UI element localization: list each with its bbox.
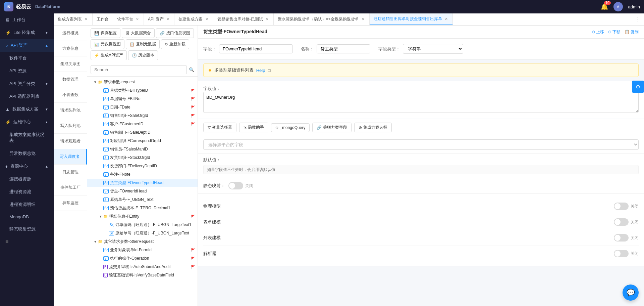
left-nav-write-queue[interactable]: 写入队列池 <box>54 118 87 134</box>
reload-btn[interactable]: ↺ 重新加载 <box>161 39 189 49</box>
tree-node-fbill-no[interactable]: Sr 单据编号-FBillNo 🚩 <box>87 95 198 103</box>
notification-bell[interactable]: 🔔 10 <box>601 3 608 10</box>
tree-node-fdelivery-dept[interactable]: Sr 发货部门-FDeliveryDeptID <box>87 162 198 170</box>
tree-node-fstock-org[interactable]: Sr 发货组织-FStockOrgId <box>87 154 198 162</box>
toggle-other-request[interactable]: ▼ <box>93 240 98 244</box>
sidebar-item-resource-center[interactable]: ♦ 资源中心 ▲ <box>0 160 54 173</box>
tab-close-wangdian[interactable]: ✕ <box>444 16 448 22</box>
move-up-btn[interactable]: ⊙ 上移 <box>592 29 604 35</box>
tree-node-fsales-man[interactable]: Sr 销售员-FSalesManID <box>87 145 198 154</box>
tab-close-purchase[interactable]: ✕ <box>361 16 365 22</box>
tab-manage[interactable]: 管易销售出库对接-已测试 ✕ <box>213 13 274 25</box>
default-value-input[interactable] <box>203 165 639 174</box>
sidebar-item-anomaly-data[interactable]: 异常数据总览 <box>0 147 54 160</box>
func-helper-btn[interactable]: fx 函数助手 <box>239 123 268 132</box>
tab-create[interactable]: 创建集成方案 ✕ <box>174 13 213 25</box>
parser-toggle[interactable] <box>614 250 629 257</box>
form-build-toggle[interactable] <box>614 218 629 226</box>
interface-info-btn[interactable]: 🔗 接口信息视图 <box>156 28 194 38</box>
tab-more-btn[interactable]: ⋮ <box>632 16 644 23</box>
sidebar-item-connector[interactable]: 连接器资源 <box>0 173 54 185</box>
tree-node-fcorrespond-org[interactable]: Sr 对应组织-FCorrespondOrgId <box>87 137 198 145</box>
sidebar-item-api-res[interactable]: API 资源 <box>0 64 54 77</box>
help-link[interactable]: Help <box>256 68 265 73</box>
sidebar-item-api-assets[interactable]: ○ API 资产 ▲ <box>0 39 54 52</box>
sidebar-item-workbench[interactable]: 🖥 工作台 <box>0 13 54 26</box>
copy-btn[interactable]: 📋 复制 <box>625 29 639 35</box>
tab-workbench[interactable]: 工作台 <box>93 13 113 25</box>
toggle-fentity[interactable]: ▼ <box>98 215 103 218</box>
history-btn[interactable]: 🕐 历史版本 <box>128 50 158 60</box>
sidebar-item-process-detail[interactable]: 进程资源明细 <box>0 198 54 211</box>
move-down-btn[interactable]: ⊙ 下移 <box>608 29 621 35</box>
tab-close-create[interactable]: ✕ <box>205 16 209 22</box>
left-nav-request-viewer[interactable]: 请求观观者 <box>54 134 87 149</box>
sidebar-item-process-pool[interactable]: 进程资源池 <box>0 185 54 198</box>
left-nav-event-factory[interactable]: 事件加工厂 <box>54 180 87 195</box>
search-icon[interactable]: 🔍 <box>189 67 194 72</box>
name-value-input[interactable] <box>317 44 370 53</box>
tree-node-fowner-head[interactable]: Sr 货主-FOwnerIdHead <box>87 187 198 195</box>
list-build-toggle[interactable] <box>614 234 629 242</box>
sidebar-item-api-adapter[interactable]: API 适配器列表 <box>0 90 54 103</box>
save-config-btn[interactable]: 💾 保存配置 <box>91 28 120 38</box>
left-nav-data-mgmt[interactable]: 数据管理 <box>54 72 87 87</box>
tab-wangdian[interactable]: 旺店通销售出库单对接金蝶销售出库单 ✕ <box>370 13 453 25</box>
sidebar-item-mongodb[interactable]: MongoDB <box>0 211 54 223</box>
big-data-merge-btn[interactable]: 🗄 大数据聚合 <box>122 28 155 38</box>
tree-node-fowner-type-head[interactable]: Sr 货主类型-FOwnerTypeIdHead <box>87 179 198 187</box>
tab-integration-list[interactable]: 集成方案列表 ✕ <box>54 13 93 25</box>
gen-api-btn[interactable]: ⚡ 生成API资产 <box>91 50 127 60</box>
left-nav-write-dispatcher[interactable]: 写入调度者 <box>54 149 87 165</box>
tree-node-fubgn-text[interactable]: Sr 原始单号-F_UBGN_Text <box>87 195 198 204</box>
tree-node-auto-submit[interactable]: B 提交并审核-IsAutoSubmitAndAudit 🚩 <box>87 263 198 271</box>
tree-node-operation[interactable]: Sr 执行的操作-Operation 🚩 <box>87 254 198 263</box>
sidebar-collapse-btn[interactable]: ≡ <box>0 235 54 248</box>
toggle-request-params[interactable]: ▼ <box>93 80 98 84</box>
chatbot-btn[interactable]: 💬 <box>623 285 639 301</box>
left-nav-xiao-qing[interactable]: 小青查数 <box>54 87 87 103</box>
tree-node-verify-base[interactable]: B 验证基础资料-IsVerifyBaseDataField <box>87 271 198 279</box>
search-input[interactable] <box>91 65 187 74</box>
tree-node-fsale-org[interactable]: Sr 销售组织-FSaleOrgId 🚩 <box>87 112 198 120</box>
left-nav-log-mgmt[interactable]: 日志管理 <box>54 165 87 180</box>
tree-node-other-request[interactable]: ▼ 📁 其它请求参数-otherRequest <box>87 237 198 246</box>
left-nav-running-overview[interactable]: 运行概况 <box>54 26 87 41</box>
avatar[interactable]: A <box>613 2 623 11</box>
physical-model-toggle[interactable] <box>614 203 629 210</box>
tab-close-manage[interactable]: ✕ <box>265 16 269 22</box>
tree-node-fubgn-large2[interactable]: Sr 原始单号（旺店通）-F_UBGN_LargeText <box>87 229 198 237</box>
sidebar-item-data-integration[interactable]: ▲ 数据集成方案 ▼ <box>0 103 54 116</box>
tree-node-fnote[interactable]: Sr 备注-FNote <box>87 170 198 179</box>
tree-node-fcustomer[interactable]: Sr 客户-FCustomerID 🚩 <box>87 120 198 128</box>
gear-settings-btn[interactable]: ⚙ <box>632 81 644 93</box>
tab-api[interactable]: API 资产 ✕ <box>144 13 174 25</box>
sidebar-item-ops-center[interactable]: ⚡ 运维中心 ▲ <box>0 116 54 128</box>
left-nav-solution-info[interactable]: 方案信息 <box>54 41 87 56</box>
element-data-view-btn[interactable]: 📊 元数据视图 <box>91 39 124 49</box>
tree-node-fubgn-large1[interactable]: Sr 订单编码（旺店通）-F_UBGN_LargeText1 <box>87 221 198 229</box>
field-value-textarea[interactable]: BD_OwnerOrg <box>203 92 639 113</box>
related-field-btn[interactable]: 🔗 关联方案字段 <box>312 123 352 132</box>
tab-software[interactable]: 软件平台 ✕ <box>113 13 144 25</box>
sidebar-item-api-classify[interactable]: API 资产分类 ▼ <box>0 77 54 90</box>
sidebar-item-integration-health[interactable]: 集成方案健康状况表 <box>0 128 54 147</box>
tree-node-fbill-type[interactable]: Sr 单据类型-FBillTypeID 🚩 <box>87 86 198 95</box>
left-nav-integration-graph[interactable]: 集成关系图 <box>54 56 87 72</box>
static-map-toggle[interactable] <box>228 182 243 189</box>
left-nav-request-queue[interactable]: 请求队列池 <box>54 103 87 118</box>
tab-purchase[interactable]: 聚水潭采购退货单（确认）=>金蝶采购退货单 ✕ <box>274 13 370 25</box>
tree-node-fdate[interactable]: Sr 日期-FDate 🚩 <box>87 103 198 112</box>
tab-close-software[interactable]: ✕ <box>135 16 140 22</box>
copy-meta-btn[interactable]: 📋 复制元数据 <box>126 39 160 49</box>
tab-close-api[interactable]: ✕ <box>166 16 170 22</box>
tree-node-fsale-dept[interactable]: Sr 销售部门-FSaleDeptID <box>87 128 198 137</box>
field-value-input[interactable] <box>219 44 293 53</box>
var-selector-btn[interactable]: ▽ 变量选择器 <box>203 123 236 132</box>
tree-node-ftpro-decimal[interactable]: Sr 预估货品成本-F_TPRO_Decimal1 <box>87 204 198 212</box>
mongo-query-btn[interactable]: ◇ _mongoQuery <box>271 123 310 132</box>
tree-node-form-id[interactable]: Sr 业务对象表单Id-FormId 🚩 <box>87 246 198 254</box>
sidebar-item-lite[interactable]: ⚡ Lite 轻集成 ▼ <box>0 26 54 39</box>
tree-node-fentity[interactable]: ▼ 📁 明细信息-FEntity 🚩 <box>87 212 198 221</box>
left-nav-anomaly-monitor[interactable]: 异常监控 <box>54 195 87 211</box>
